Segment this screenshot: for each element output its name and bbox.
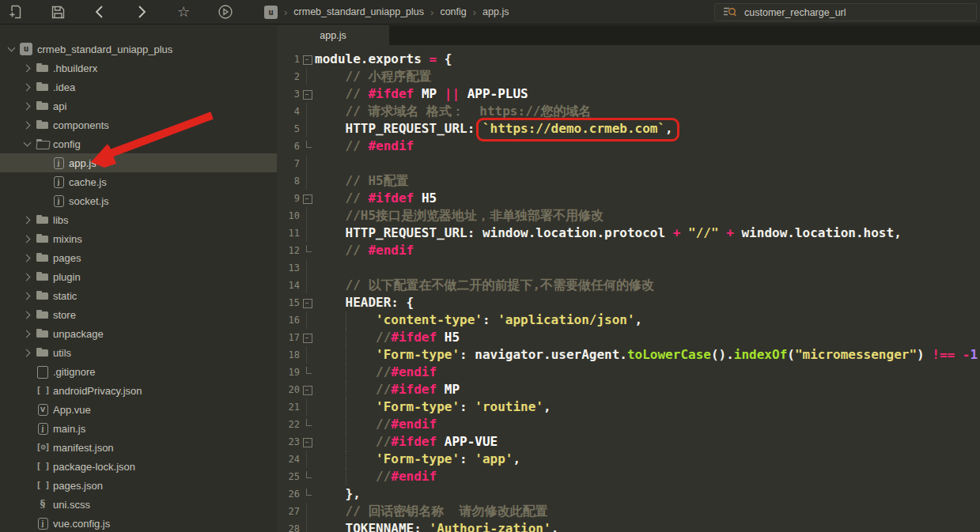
tree-item-cache.js[interactable]: jcache.js xyxy=(0,172,277,191)
line-number[interactable]: 15 xyxy=(277,294,301,311)
line-number[interactable]: 17 xyxy=(277,329,301,346)
code-line-2[interactable]: 2// 小程序配置 xyxy=(277,68,980,85)
tree-item-.gitignore[interactable]: .gitignore xyxy=(0,362,277,381)
tree-item-pages.json[interactable]: [ ]pages.json xyxy=(0,476,277,495)
fold-end-icon[interactable] xyxy=(301,242,313,259)
line-number[interactable]: 1 xyxy=(277,51,301,68)
code-line-17[interactable]: 17//#ifdef H5 xyxy=(277,329,980,346)
line-number[interactable]: 21 xyxy=(277,398,301,416)
code-line-8[interactable]: 8// H5配置 xyxy=(277,172,980,190)
code-line-19[interactable]: 19//#endif xyxy=(277,364,980,381)
line-number[interactable]: 24 xyxy=(277,451,301,468)
code-line-1[interactable]: 1module.exports = { xyxy=(277,51,980,68)
tree-item-unpackage[interactable]: unpackage xyxy=(0,324,277,343)
chevron-right-icon[interactable] xyxy=(21,343,35,362)
tree-item-store[interactable]: store xyxy=(0,305,277,324)
forward-icon[interactable] xyxy=(132,2,151,21)
line-number[interactable]: 22 xyxy=(277,416,301,433)
breadcrumb-folder[interactable]: config xyxy=(440,6,466,17)
code-line-23[interactable]: 23//#ifdef APP-VUE xyxy=(277,433,980,451)
code-line-21[interactable]: 21'Form-type': 'routine', xyxy=(277,398,980,416)
code-line-10[interactable]: 10//H5接口是浏览器地址，非单独部署不用修改 xyxy=(277,207,980,224)
tree-item-components[interactable]: components xyxy=(0,115,277,134)
line-number[interactable]: 11 xyxy=(277,224,301,242)
line-number[interactable]: 8 xyxy=(277,172,301,190)
fold-start-icon[interactable] xyxy=(301,294,313,311)
chevron-right-icon[interactable] xyxy=(21,324,35,343)
line-number[interactable]: 28 xyxy=(277,520,301,532)
fold-start-icon[interactable] xyxy=(301,85,313,103)
run-icon[interactable] xyxy=(216,2,235,21)
fold-end-icon[interactable] xyxy=(301,468,313,485)
breadcrumb-project[interactable]: crmeb_standard_uniapp_plus xyxy=(293,6,424,17)
chevron-right-icon[interactable] xyxy=(21,267,35,286)
tree-item-.hbuilderx[interactable]: .hbuilderx xyxy=(0,58,277,77)
tree-item-App.vue[interactable]: VApp.vue xyxy=(0,400,277,419)
tree-item-pages[interactable]: pages xyxy=(0,248,277,267)
line-number[interactable]: 3 xyxy=(277,85,301,103)
fold-end-icon[interactable] xyxy=(301,485,313,503)
code-line-16[interactable]: 16'content-type': 'application/json', xyxy=(277,311,980,329)
tree-item-app.js[interactable]: japp.js xyxy=(0,153,277,172)
fold-end-icon[interactable] xyxy=(301,364,313,381)
save-icon[interactable] xyxy=(48,2,67,21)
breadcrumb-file[interactable]: app.js xyxy=(482,6,509,17)
tree-item-crmeb_standard_uniapp_plus[interactable]: crmeb_standard_uniapp_plus xyxy=(0,40,277,58)
code-line-12[interactable]: 12// #endif xyxy=(277,242,980,259)
tree-item-plugin[interactable]: plugin xyxy=(0,267,277,286)
fold-start-icon[interactable] xyxy=(301,51,313,68)
line-number[interactable]: 25 xyxy=(277,468,301,485)
code-line-27[interactable]: 27// 回话密钥名称 请勿修改此配置 xyxy=(277,503,980,520)
star-icon[interactable]: ☆ xyxy=(174,2,193,21)
chevron-right-icon[interactable] xyxy=(21,286,35,305)
tree-item-libs[interactable]: libs xyxy=(0,210,277,229)
fold-start-icon[interactable] xyxy=(301,381,313,398)
code-line-3[interactable]: 3// #ifdef MP || APP-PLUS xyxy=(277,85,980,103)
code-line-25[interactable]: 25//#endif xyxy=(277,468,980,485)
line-number[interactable]: 18 xyxy=(277,346,301,364)
chevron-right-icon[interactable] xyxy=(21,96,35,115)
chevron-down-icon[interactable] xyxy=(5,40,19,58)
line-number[interactable]: 20 xyxy=(277,381,301,398)
tree-item-config[interactable]: config xyxy=(0,134,277,153)
chevron-right-icon[interactable] xyxy=(21,305,35,324)
line-number[interactable]: 9 xyxy=(277,190,301,207)
new-file-icon[interactable] xyxy=(6,2,25,21)
search-input[interactable]: customer_recharge_url xyxy=(714,3,977,21)
code-line-26[interactable]: 26}, xyxy=(277,485,980,503)
line-number[interactable]: 19 xyxy=(277,364,301,381)
tree-item-utils[interactable]: utils xyxy=(0,343,277,362)
code-line-11[interactable]: 11HTTP_REQUEST_URL: window.location.prot… xyxy=(277,224,980,242)
chevron-right-icon[interactable] xyxy=(21,248,35,267)
code-line-13[interactable]: 13 xyxy=(277,259,980,277)
tree-item-package-lock.json[interactable]: [ ]package-lock.json xyxy=(0,457,277,476)
line-number[interactable]: 14 xyxy=(277,277,301,294)
tree-item-api[interactable]: api xyxy=(0,96,277,115)
code-line-22[interactable]: 22//#endif xyxy=(277,416,980,433)
line-number[interactable]: 13 xyxy=(277,259,301,277)
code-line-20[interactable]: 20//#ifdef MP xyxy=(277,381,980,398)
line-number[interactable]: 4 xyxy=(277,103,301,120)
tree-item-.idea[interactable]: .idea xyxy=(0,77,277,96)
tree-item-uni.scss[interactable]: §uni.scss xyxy=(0,495,277,514)
tree-item-androidPrivacy.json[interactable]: [ ]androidPrivacy.json xyxy=(0,381,277,400)
tree-item-main.js[interactable]: jmain.js xyxy=(0,419,277,438)
line-number[interactable]: 27 xyxy=(277,503,301,520)
code-line-28[interactable]: 28TOKENNAME: 'Authori-zation', xyxy=(277,520,980,532)
code-line-24[interactable]: 24'Form-type': 'app', xyxy=(277,451,980,468)
fold-start-icon[interactable] xyxy=(301,190,313,207)
code-editor[interactable]: 1module.exports = {2// 小程序配置3// #ifdef M… xyxy=(277,45,980,532)
fold-end-icon[interactable] xyxy=(301,138,313,155)
code-line-4[interactable]: 4// 请求域名 格式： https://您的域名 xyxy=(277,103,980,120)
line-number[interactable]: 5 xyxy=(277,120,301,138)
line-number[interactable]: 12 xyxy=(277,242,301,259)
tree-item-manifest.json[interactable]: [⚙]manifest.json xyxy=(0,438,277,457)
chevron-right-icon[interactable] xyxy=(21,210,35,229)
code-line-5[interactable]: 5HTTP_REQUEST_URL: `https://demo.crmeb.c… xyxy=(277,120,980,138)
fold-end-icon[interactable] xyxy=(301,416,313,433)
chevron-down-icon[interactable] xyxy=(21,134,35,153)
line-number[interactable]: 7 xyxy=(277,155,301,172)
code-line-6[interactable]: 6// #endif xyxy=(277,138,980,155)
chevron-right-icon[interactable] xyxy=(21,115,35,134)
code-line-14[interactable]: 14// 以下配置在不做二开的前提下,不需要做任何的修改 xyxy=(277,277,980,294)
